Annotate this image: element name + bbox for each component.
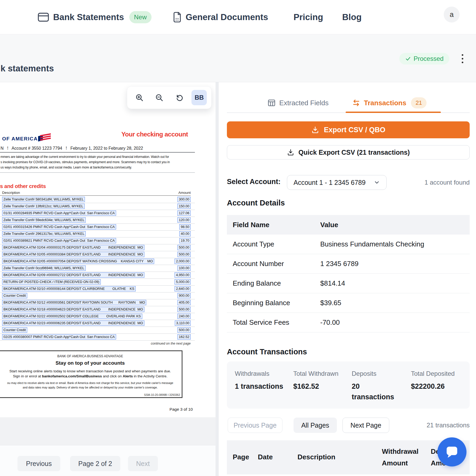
zoom-out-button[interactable]: [152, 90, 167, 105]
bb-button[interactable]: BB: [191, 90, 207, 105]
kebab-menu[interactable]: [458, 53, 467, 65]
extracted-amount-highlight[interactable]: 900.00: [177, 293, 191, 298]
extracted-amount-highlight[interactable]: 162.52: [177, 334, 191, 340]
extracted-amount-highlight[interactable]: 120.00: [177, 217, 191, 223]
extracted-description-highlight[interactable]: Zelle Transfer Conf# 59edc634e; WILLIAMS…: [2, 217, 86, 223]
extracted-description-highlight[interactable]: RETURN OF POSTED CHECK / ITEM (RECEIVED …: [2, 279, 101, 285]
extracted-amount-highlight[interactable]: 300.00: [177, 197, 191, 202]
bank-card-icon: [38, 13, 49, 22]
extraction-panel: Extracted Fields Transactions 21 Export …: [219, 82, 476, 476]
extracted-description-highlight[interactable]: BKOFAMERICA ATM 02/18 #000004623 DEPOSIT…: [2, 307, 144, 312]
extracted-description-highlight[interactable]: 02/01 #000315426 PMNT RCVD Cash App*Cash…: [2, 224, 116, 230]
statement-row: BKOFAMERICA ATM 02/18 #000004623 DEPOSIT…: [0, 306, 195, 313]
chat-icon: [445, 445, 459, 459]
statement-row: BKOFAMERICA ATM 02/05 #000003384 DEPOSIT…: [0, 251, 195, 258]
nav-pricing[interactable]: Pricing: [294, 0, 323, 34]
extracted-description-highlight[interactable]: 01/31 #000284935 PMNT RCVD Cash App*Cash…: [2, 210, 116, 216]
nav-blog[interactable]: Blog: [342, 0, 361, 34]
summary-stat: Withdrawals 1 transactions: [235, 370, 293, 402]
export-csv-qbo-button[interactable]: Export CSV / QBO: [227, 121, 470, 138]
extracted-amount-highlight[interactable]: 2,640.00: [175, 286, 191, 291]
account-details-heading: Account Details: [227, 199, 285, 207]
statement-rows: Zelle Transfer Conf# 580341df4; WILLIAMS…: [0, 196, 195, 341]
transactions-count-text: 21 transactions: [427, 422, 470, 429]
nav-general-documents[interactable]: General Documents: [173, 0, 268, 34]
check-icon: [405, 56, 411, 62]
extracted-description-highlight[interactable]: BKOFAMERICA ATM 02/22 #000002502 DEPOSIT…: [2, 314, 142, 319]
extracted-description-highlight[interactable]: Zelle Transfer Conf# 2961317bc; WILLIAMS…: [2, 231, 86, 236]
zoom-in-button[interactable]: [132, 90, 147, 105]
statement-row: BKOFAMERICA ATM 02/05 #000007054 DEPOSIT…: [0, 258, 195, 265]
extracted-description-highlight[interactable]: 02/25 #000380007 PMNT RCVD Cash App*Cash…: [2, 334, 116, 340]
statement-title: Your checking account: [121, 131, 188, 138]
extracted-amount-highlight[interactable]: 500.00: [177, 252, 191, 257]
chat-widget-button[interactable]: [437, 437, 466, 466]
next-page-button[interactable]: Next: [128, 456, 158, 471]
extracted-amount-highlight[interactable]: 4,950.00: [175, 272, 191, 278]
details-table-row: Total Service Fees -70.00: [227, 313, 470, 332]
tab-transactions[interactable]: Transactions 21: [352, 95, 427, 111]
extracted-description-highlight[interactable]: Zelle Transfer Conf# 0ccd96946; WILLIAMS…: [2, 266, 86, 271]
statement-columns: Description Amount: [2, 191, 191, 195]
extracted-amount-highlight[interactable]: 500.00: [177, 245, 191, 250]
transactions-all-pages-button[interactable]: All Pages: [294, 418, 337, 433]
account-line: N ! Account # 3550 1223 7794 ! February …: [1, 146, 143, 151]
extracted-description-highlight[interactable]: BKOFAMERICA ATM 02/23 #000006235 DEPOSIT…: [2, 321, 144, 326]
extracted-amount-highlight[interactable]: 98.50: [179, 224, 191, 230]
extracted-description-highlight[interactable]: 02/01 #000389821 PMNT RCVD Cash App*Cash…: [2, 238, 116, 243]
extracted-amount-highlight[interactable]: 19.70: [179, 238, 191, 243]
summary-stat: Deposits 20 transactions: [352, 370, 411, 402]
extracted-description-highlight[interactable]: Zelle Transfer Conf# 13fb912cc; WILLIAMS…: [2, 204, 85, 209]
extracted-amount-highlight[interactable]: 500.00: [177, 327, 191, 333]
table-icon: [268, 99, 276, 107]
account-select-dropdown[interactable]: Account 1 - 1 2345 6789: [287, 175, 387, 190]
viewer-footer: Previous Page 2 of 2 Next: [0, 445, 216, 476]
statement-row: Counter Credit 500.00: [0, 327, 195, 334]
nav-bank-statements[interactable]: Bank Statements New: [38, 0, 152, 34]
extracted-amount-highlight[interactable]: 3,110.00: [175, 321, 191, 326]
download-icon: [311, 126, 319, 134]
transactions-previous-page-button[interactable]: Previous Page: [228, 418, 282, 433]
extracted-description-highlight[interactable]: Counter Credit: [2, 327, 27, 333]
extracted-amount-highlight[interactable]: 127.06: [177, 210, 191, 216]
extracted-amount-highlight[interactable]: 150.00: [177, 204, 191, 209]
extracted-amount-highlight[interactable]: 100.00: [177, 266, 191, 271]
extracted-amount-highlight[interactable]: 40.00: [179, 231, 191, 236]
extracted-amount-highlight[interactable]: 2,000.00: [175, 259, 191, 264]
transactions-table-header: Page Date Description Withdrawal Amount …: [227, 440, 470, 474]
details-table-row: Account Type Business Fundamentals Check…: [227, 235, 470, 254]
ad-paragraph-1: Start receiving online alerts today to k…: [0, 369, 182, 379]
transactions-count-badge: 21: [411, 97, 426, 108]
extracted-amount-highlight[interactable]: 405.00: [177, 300, 191, 305]
extracted-amount-highlight[interactable]: 5,000.00: [175, 279, 191, 285]
ad-paragraph-2: ou may elect to receive alerts via text …: [3, 381, 177, 390]
tab-extracted-fields[interactable]: Extracted Fields: [268, 95, 328, 111]
extracted-description-highlight[interactable]: BKOFAMERICA ATM 02/05 #000003384 DEPOSIT…: [2, 252, 144, 257]
extracted-description-highlight[interactable]: Counter Credit: [2, 293, 27, 298]
extracted-description-highlight[interactable]: BKOFAMERICA ATM 02/10 #000008144 DEPOSIT…: [2, 286, 136, 291]
document-icon: [173, 12, 181, 22]
chevron-down-icon: [374, 179, 380, 186]
extracted-description-highlight[interactable]: BKOFAMERICA ATM 02/12 #000003561 DEPOSIT…: [2, 300, 146, 305]
transactions-summary-card: Withdrawals 1 transactions Total Withdra…: [227, 361, 470, 409]
transactions-next-page-button[interactable]: Next Page: [342, 418, 389, 433]
top-nav: Bank Statements New General Documents Pr…: [0, 0, 476, 34]
extracted-amount-highlight[interactable]: 500.00: [177, 307, 191, 312]
statement-row: BKOFAMERICA ATM 02/22 #000002502 DEPOSIT…: [0, 313, 195, 320]
extracted-description-highlight[interactable]: BKOFAMERICA ATM 02/05 #000007054 DEPOSIT…: [2, 259, 154, 264]
download-icon: [287, 149, 294, 156]
extracted-description-highlight[interactable]: BKOFAMERICA ATM 02/09 #000002722 DEPOSIT…: [2, 272, 144, 278]
quick-export-button[interactable]: Quick Export CSV (21 transactions): [227, 145, 470, 159]
rotate-button[interactable]: [172, 90, 187, 105]
viewer-background: [0, 417, 216, 445]
statement-row: Zelle Transfer Conf# 13fb912cc; WILLIAMS…: [0, 203, 195, 210]
extracted-description-highlight[interactable]: Zelle Transfer Conf# 580341df4; WILLIAMS…: [2, 197, 85, 202]
statement-row: 02/01 #000315426 PMNT RCVD Cash App*Cash…: [0, 224, 195, 231]
previous-page-button[interactable]: Previous: [17, 456, 60, 471]
extracted-amount-highlight[interactable]: 240.00: [177, 314, 191, 319]
details-table-row: Account Number 1 2345 6789: [227, 254, 470, 274]
avatar[interactable]: a: [444, 7, 460, 22]
viewer-toolbar: BB: [127, 86, 212, 109]
statement-row: Counter Credit 900.00: [0, 292, 195, 299]
extracted-description-highlight[interactable]: BKOFAMERICA ATM 02/04 #000003175 DEPOSIT…: [2, 245, 144, 250]
